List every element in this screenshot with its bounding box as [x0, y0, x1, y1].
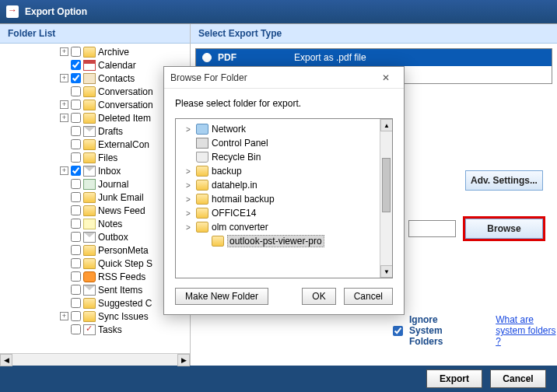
folder-checkbox[interactable]	[71, 258, 81, 268]
expand-icon[interactable]: +	[60, 47, 68, 56]
calendar-icon	[83, 60, 96, 71]
folder-label: Sent Items	[98, 285, 142, 296]
expand-icon[interactable]: +	[60, 114, 68, 122]
folder-checkbox[interactable]	[71, 126, 81, 136]
folder-checkbox[interactable]	[71, 60, 81, 70]
cancel-button[interactable]: Cancel	[490, 369, 546, 388]
dialog-close-icon[interactable]: ✕	[374, 70, 398, 86]
tree-row[interactable]: outlook-pst-viewer-pro	[179, 234, 377, 248]
folder-row[interactable]: Outbox	[2, 230, 188, 243]
folder-row[interactable]: +Conversation	[2, 98, 188, 111]
scroll-right-icon[interactable]: ▶	[177, 354, 190, 366]
folder-checkbox[interactable]	[71, 324, 81, 334]
folder-checkbox[interactable]	[71, 139, 81, 149]
scroll-thumb[interactable]	[382, 158, 391, 212]
folder-row[interactable]: +Inbox	[2, 164, 188, 177]
folder-row[interactable]: Files	[2, 151, 188, 164]
folder-checkbox[interactable]	[71, 205, 81, 215]
folder-label: Outbox	[98, 232, 128, 243]
folder-icon	[196, 222, 208, 233]
folder-checkbox[interactable]	[71, 166, 81, 176]
chevron-right-icon[interactable]: >	[184, 223, 193, 232]
expand-icon[interactable]: +	[60, 74, 68, 82]
window-titlebar: Export Option	[0, 0, 557, 23]
folder-checkbox[interactable]	[71, 179, 81, 189]
folder-row[interactable]: News Feed	[2, 204, 188, 217]
folder-row[interactable]: Sent Items	[2, 283, 188, 296]
journal-icon	[83, 179, 96, 190]
folder-row[interactable]: +Deleted Item	[2, 111, 188, 124]
dialog-cancel-button[interactable]: Cancel	[344, 288, 393, 305]
chevron-right-icon[interactable]: >	[184, 181, 193, 190]
tree-row[interactable]: >Network	[179, 122, 377, 136]
folder-list[interactable]: +ArchiveCalendar+ContactsConversation+Co…	[0, 44, 190, 353]
folder-checkbox[interactable]	[71, 152, 81, 163]
expand-icon	[60, 180, 68, 188]
folder-row[interactable]: Drafts	[2, 124, 188, 138]
folder-list-hscroll[interactable]: ◀ ▶	[0, 353, 190, 366]
export-button[interactable]: Export	[426, 369, 482, 388]
folder-row[interactable]: ExternalCon	[2, 138, 188, 151]
expand-icon[interactable]: +	[60, 100, 68, 109]
scroll-up-icon[interactable]: ▲	[380, 119, 393, 131]
tree-row[interactable]: Control Panel	[179, 136, 377, 150]
expand-icon[interactable]: +	[60, 166, 68, 175]
browse-folder-dialog: Browse For Folder ✕ Please select folder…	[163, 66, 405, 315]
folder-checkbox[interactable]	[71, 298, 81, 308]
tree-row[interactable]: >hotmail backup	[179, 192, 377, 206]
tree-label: Recycle Bin	[212, 152, 261, 163]
folder-checkbox[interactable]	[71, 113, 81, 123]
folder-checkbox[interactable]	[71, 285, 81, 295]
folder-row[interactable]: +Sync Issues	[2, 310, 188, 323]
make-new-folder-button[interactable]: Make New Folder	[175, 288, 268, 305]
tree-row[interactable]: >OFFICE14	[179, 206, 377, 220]
folder-row[interactable]: Junk Email	[2, 191, 188, 204]
folder-row[interactable]: RSS Feeds	[2, 270, 188, 283]
chevron-right-icon[interactable]: >	[184, 209, 193, 218]
folder-row[interactable]: Calendar	[2, 58, 188, 72]
folder-checkbox[interactable]	[71, 73, 81, 83]
folder-row[interactable]: +Contacts	[2, 72, 188, 85]
radio-icon[interactable]	[202, 53, 212, 62]
expand-icon	[60, 193, 68, 201]
chevron-right-icon[interactable]: >	[184, 125, 193, 134]
folder-label: Suggested C	[98, 298, 152, 309]
browse-button[interactable]: Browse	[465, 219, 543, 239]
folder-row[interactable]: +Archive	[2, 45, 188, 58]
folder-row[interactable]: Quick Step S	[2, 257, 188, 270]
folder-checkbox[interactable]	[71, 100, 81, 110]
chevron-right-icon[interactable]: >	[184, 195, 193, 204]
tree-row[interactable]: >datahelp.in	[179, 178, 377, 192]
folder-row[interactable]: Conversation	[2, 85, 188, 98]
chevron-right-icon[interactable]: >	[184, 167, 193, 176]
tree-vscroll[interactable]: ▲ ▼	[380, 119, 392, 278]
folder-row[interactable]: Tasks	[2, 323, 188, 336]
dialog-folder-tree[interactable]: >NetworkControl PanelRecycle Bin>backup>…	[175, 118, 393, 278]
tree-row[interactable]: >olm converter	[179, 220, 377, 234]
folder-row[interactable]: PersonMeta	[2, 243, 188, 257]
folder-icon	[83, 205, 96, 216]
folder-checkbox[interactable]	[71, 219, 81, 229]
system-folders-link[interactable]: What are system folders ?	[496, 314, 557, 347]
export-option-row[interactable]: PDFExport as .pdf file	[196, 49, 552, 66]
adv-settings-button[interactable]: Adv. Settings...	[465, 170, 543, 191]
expand-icon[interactable]: +	[60, 312, 68, 320]
folder-row[interactable]: Notes	[2, 217, 188, 230]
folder-row[interactable]: Suggested C	[2, 296, 188, 310]
folder-checkbox[interactable]	[71, 47, 81, 57]
folder-checkbox[interactable]	[71, 271, 81, 282]
dialog-message: Please select folder for export.	[164, 89, 404, 118]
folder-checkbox[interactable]	[71, 311, 81, 321]
export-path-input[interactable]	[408, 220, 456, 237]
scroll-down-icon[interactable]: ▼	[380, 265, 393, 278]
tree-row[interactable]: >backup	[179, 164, 377, 178]
dialog-ok-button[interactable]: OK	[302, 288, 335, 305]
folder-checkbox[interactable]	[71, 86, 81, 96]
folder-row[interactable]: Journal	[2, 177, 188, 191]
folder-checkbox[interactable]	[71, 245, 81, 255]
folder-checkbox[interactable]	[71, 232, 81, 242]
tree-row[interactable]: Recycle Bin	[179, 150, 377, 164]
folder-checkbox[interactable]	[71, 192, 81, 202]
scroll-left-icon[interactable]: ◀	[0, 354, 12, 366]
ignore-system-checkbox[interactable]	[393, 326, 403, 336]
